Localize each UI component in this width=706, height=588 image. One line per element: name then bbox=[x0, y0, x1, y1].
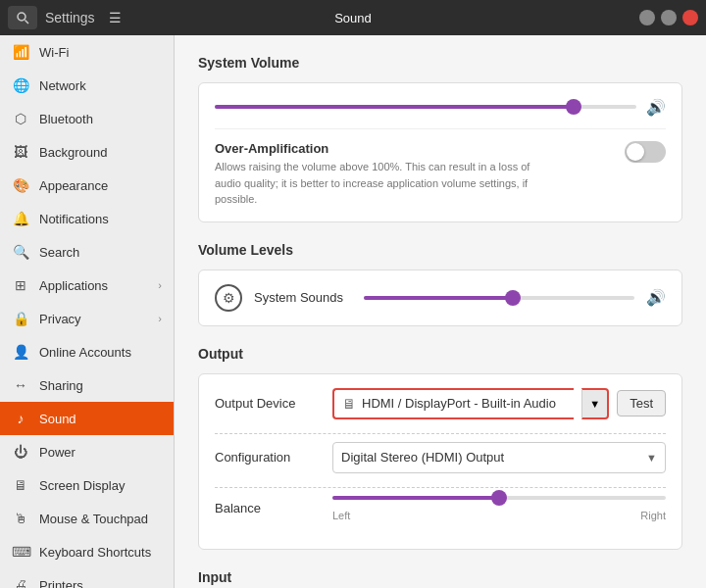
sidebar-chevron-privacy: › bbox=[158, 313, 162, 324]
divider-2 bbox=[215, 487, 666, 488]
sidebar-icon-network: 🌐 bbox=[12, 77, 29, 93]
content-area: System Volume 🔊 Over-Amplification Allow… bbox=[175, 35, 706, 588]
over-amplification-row: Over-Amplification Allows raising the vo… bbox=[215, 128, 666, 208]
search-button[interactable] bbox=[8, 6, 37, 29]
config-arrow-icon: ▼ bbox=[646, 452, 657, 464]
sidebar-icon-keyboard-shortcuts: ⌨ bbox=[12, 544, 29, 560]
configuration-value: Digital Stereo (HDMI) Output bbox=[341, 450, 504, 465]
sidebar-icon-background: 🖼 bbox=[12, 144, 29, 160]
test-button[interactable]: Test bbox=[617, 390, 666, 416]
titlebar-left: Settings ☰ bbox=[8, 6, 127, 29]
input-title: Input bbox=[198, 569, 682, 585]
output-title: Output bbox=[198, 346, 682, 362]
sidebar-label-power: Power bbox=[39, 445, 76, 460]
app-name: Settings bbox=[45, 10, 95, 25]
sidebar-label-keyboard-shortcuts: Keyboard Shortcuts bbox=[39, 545, 151, 560]
sidebar-icon-printers: 🖨 bbox=[12, 577, 29, 588]
sidebar-icon-screen-display: 🖥 bbox=[12, 477, 29, 493]
monitor-icon: 🖥 bbox=[342, 396, 356, 412]
output-card: Output Device 🖥 HDMI / DisplayPort - Bui… bbox=[198, 373, 682, 550]
sidebar-label-bluetooth: Bluetooth bbox=[39, 112, 93, 126]
system-sounds-icon: ⚙ bbox=[215, 284, 242, 312]
sidebar-icon-power: ⏻ bbox=[12, 444, 29, 460]
volume-thumb[interactable] bbox=[566, 99, 581, 115]
device-dropdown-arrow[interactable]: ▼ bbox=[581, 388, 609, 419]
sidebar-item-notifications[interactable]: 🔔Notifications bbox=[0, 202, 174, 235]
output-device-content: 🖥 HDMI / DisplayPort - Built-in Audio ▼ … bbox=[332, 388, 666, 419]
sidebar-item-online-accounts[interactable]: 👤Online Accounts bbox=[0, 335, 174, 368]
balance-right-label: Right bbox=[640, 510, 666, 521]
sidebar-item-appearance[interactable]: 🎨Appearance bbox=[0, 169, 174, 202]
sidebar-label-privacy: Privacy bbox=[39, 312, 81, 326]
volume-fill bbox=[215, 105, 574, 109]
sidebar-item-wifi[interactable]: 📶Wi-Fi bbox=[0, 35, 174, 69]
output-device-select[interactable]: 🖥 HDMI / DisplayPort - Built-in Audio bbox=[332, 388, 574, 419]
balance-left-label: Left bbox=[332, 510, 350, 521]
balance-fill bbox=[332, 496, 499, 500]
sidebar-label-wifi: Wi-Fi bbox=[39, 45, 69, 60]
over-amplification-title: Over-Amplification bbox=[215, 141, 548, 156]
sidebar-item-printers[interactable]: 🖨Printers bbox=[0, 568, 174, 588]
sidebar-label-sound: Sound bbox=[39, 412, 76, 426]
maximize-button[interactable]: □ bbox=[661, 10, 677, 25]
balance-slider[interactable] bbox=[332, 496, 666, 500]
sidebar-item-power[interactable]: ⏻Power bbox=[0, 435, 174, 468]
sidebar-icon-appearance: 🎨 bbox=[12, 177, 29, 193]
titlebar: Settings ☰ Sound ─ □ ✕ bbox=[0, 0, 706, 35]
sys-track bbox=[364, 296, 634, 300]
sidebar-item-screen-display[interactable]: 🖥Screen Display bbox=[0, 468, 174, 502]
sidebar-icon-search: 🔍 bbox=[12, 244, 29, 260]
balance-content: Left Right bbox=[332, 496, 666, 521]
sidebar-item-applications[interactable]: ⊞Applications› bbox=[0, 269, 174, 302]
sidebar: 📶Wi-Fi🌐Network⬡Bluetooth🖼Background🎨Appe… bbox=[0, 35, 175, 588]
menu-button[interactable]: ☰ bbox=[103, 6, 127, 29]
over-amplification-toggle[interactable] bbox=[625, 141, 666, 163]
sys-fill bbox=[364, 296, 513, 300]
svg-line-1 bbox=[25, 21, 29, 24]
divider-1 bbox=[215, 433, 666, 434]
sidebar-label-mouse-touchpad: Mouse & Touchpad bbox=[39, 512, 148, 526]
over-amplification-text: Over-Amplification Allows raising the vo… bbox=[215, 141, 548, 208]
svg-point-0 bbox=[18, 13, 25, 21]
system-sounds-row: ⚙ System Sounds 🔊 bbox=[215, 284, 666, 312]
main-layout: 📶Wi-Fi🌐Network⬡Bluetooth🖼Background🎨Appe… bbox=[0, 35, 706, 588]
sidebar-item-mouse-touchpad[interactable]: 🖱Mouse & Touchpad bbox=[0, 502, 174, 535]
sidebar-item-bluetooth[interactable]: ⬡Bluetooth bbox=[0, 102, 174, 135]
close-button[interactable]: ✕ bbox=[682, 10, 698, 25]
sidebar-label-search: Search bbox=[39, 245, 79, 260]
over-amplification-desc: Allows raising the volume above 100%. Th… bbox=[215, 159, 548, 208]
configuration-select[interactable]: Digital Stereo (HDMI) Output ▼ bbox=[332, 442, 666, 473]
sidebar-icon-notifications: 🔔 bbox=[12, 211, 29, 226]
sidebar-icon-applications: ⊞ bbox=[12, 277, 29, 293]
sidebar-label-background: Background bbox=[39, 145, 107, 160]
sidebar-item-sound[interactable]: ♪Sound bbox=[0, 402, 174, 435]
system-sounds-slider[interactable] bbox=[364, 288, 634, 308]
window-controls: ─ □ ✕ bbox=[639, 10, 698, 25]
sidebar-item-privacy[interactable]: 🔒Privacy› bbox=[0, 302, 174, 335]
volume-levels-card: ⚙ System Sounds 🔊 bbox=[198, 270, 682, 326]
sidebar-item-network[interactable]: 🌐Network bbox=[0, 69, 174, 102]
sidebar-label-printers: Printers bbox=[39, 578, 83, 589]
balance-label: Balance bbox=[215, 501, 332, 515]
sidebar-label-screen-display: Screen Display bbox=[39, 478, 125, 493]
sidebar-item-background[interactable]: 🖼Background bbox=[0, 135, 174, 169]
sidebar-label-appearance: Appearance bbox=[39, 178, 108, 193]
sidebar-icon-mouse-touchpad: 🖱 bbox=[12, 511, 29, 526]
sidebar-label-network: Network bbox=[39, 78, 86, 93]
balance-row: Balance Left Right bbox=[215, 496, 666, 521]
minimize-button[interactable]: ─ bbox=[639, 10, 655, 25]
sidebar-icon-wifi: 📶 bbox=[12, 44, 29, 60]
sidebar-icon-bluetooth: ⬡ bbox=[12, 111, 29, 126]
sidebar-item-sharing[interactable]: ↔Sharing bbox=[0, 368, 174, 402]
balance-thumb[interactable] bbox=[491, 490, 507, 506]
system-volume-slider[interactable] bbox=[215, 97, 636, 117]
system-volume-card: 🔊 Over-Amplification Allows raising the … bbox=[198, 82, 682, 222]
sidebar-item-keyboard-shortcuts[interactable]: ⌨Keyboard Shortcuts bbox=[0, 535, 174, 568]
output-device-label: Output Device bbox=[215, 396, 332, 411]
sys-thumb[interactable] bbox=[505, 290, 521, 306]
sidebar-icon-sharing: ↔ bbox=[12, 377, 29, 393]
dropdown-arrow-icon: ▼ bbox=[589, 398, 600, 410]
sidebar-item-search[interactable]: 🔍Search bbox=[0, 235, 174, 269]
volume-levels-title: Volume Levels bbox=[198, 242, 682, 258]
sidebar-chevron-applications: › bbox=[158, 279, 162, 291]
